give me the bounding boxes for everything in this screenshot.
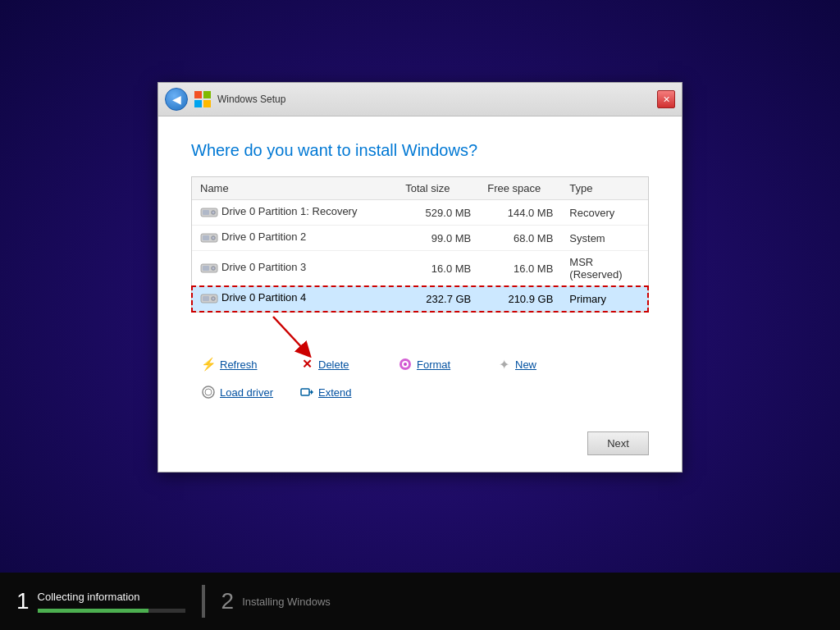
partition-total: 16.0 MB [397,251,479,286]
new-button[interactable]: ✦ New [486,354,585,375]
svg-point-23 [404,363,407,366]
step-2-label: Installing Windows [242,596,331,608]
close-button[interactable]: ✕ [657,90,675,108]
dialog-title: Windows Setup [217,94,285,105]
next-button[interactable]: Next [587,431,649,455]
svg-point-24 [203,386,214,398]
refresh-icon: ⚡ [201,357,216,372]
desktop: ◀ Windows Setup ✕ Where do you want to i… [0,0,840,630]
partition-total: 529.0 MB [397,200,479,226]
annotation-arrow [249,313,347,358]
step-1: 1 Collecting information [16,590,185,613]
svg-rect-9 [203,235,209,240]
svg-rect-3 [203,100,211,107]
hdd-icon [200,291,218,306]
svg-rect-17 [203,296,209,301]
titlebar: ◀ Windows Setup ✕ [158,83,682,116]
svg-line-20 [273,317,306,352]
table-row[interactable]: Drive 0 Partition 4 232.7 GB 210.9 GB Pr… [192,286,648,312]
back-icon: ◀ [172,93,181,106]
step-1-progress-bar [38,609,185,613]
partition-name: Drive 0 Partition 2 [192,226,397,251]
partition-free: 68.0 MB [479,226,561,251]
step-1-info: Collecting information [38,591,185,613]
load-driver-icon [201,385,216,399]
load-driver-button[interactable]: Load driver [191,381,290,403]
svg-point-11 [212,237,214,239]
load-driver-label: Load driver [220,386,273,399]
table-row[interactable]: Drive 0 Partition 3 16.0 MB 16.0 MB MSR … [192,251,648,286]
partition-name: Drive 0 Partition 4 [192,286,397,312]
col-header-name: Name [192,177,397,200]
format-icon [398,357,413,372]
svg-rect-2 [194,100,202,107]
refresh-label: Refresh [220,358,258,371]
svg-rect-5 [203,210,209,215]
svg-point-25 [205,389,212,395]
delete-label: Delete [318,358,349,371]
toolbar: ⚡ Refresh ✕ Delete Format ✦ New [191,354,649,403]
dialog-heading: Where do you want to install Windows? [191,141,649,160]
table-area: Name Total size Free space Type Drive 0 … [191,176,649,313]
step-1-progress-fill [38,609,148,613]
step-1-number: 1 [16,590,30,613]
partition-type: Recovery [561,200,648,226]
svg-point-15 [212,267,214,269]
titlebar-left: ◀ Windows Setup [165,88,285,111]
step-2-info: Installing Windows [242,596,331,608]
progress-section: 1 Collecting information 2 Installing Wi… [0,585,840,618]
svg-point-19 [212,298,214,299]
partition-table: Name Total size Free space Type Drive 0 … [192,177,648,312]
svg-rect-26 [301,389,309,395]
new-icon: ✦ [496,357,511,372]
svg-marker-27 [311,390,313,395]
windows-logo-icon [194,91,211,107]
dialog-content: Where do you want to install Windows? Na… [158,116,682,419]
close-icon: ✕ [663,94,670,105]
partition-name: Drive 0 Partition 3 [192,251,397,286]
svg-rect-1 [203,91,211,98]
col-header-type: Type [561,177,648,200]
delete-button[interactable]: ✕ Delete [290,354,388,375]
partition-free: 144.0 MB [479,200,561,226]
taskbar: 1 Collecting information 2 Installing Wi… [0,573,840,630]
svg-rect-0 [194,91,202,98]
hdd-icon [200,231,218,245]
partition-type: Primary [561,286,648,312]
hdd-icon [200,205,218,220]
col-header-total: Total size [397,177,479,200]
step-divider [202,585,205,618]
partition-table-wrapper: Name Total size Free space Type Drive 0 … [191,176,649,313]
svg-rect-13 [203,266,209,271]
col-header-free: Free space [479,177,561,200]
partition-total: 99.0 MB [397,226,479,251]
hdd-icon [200,261,218,276]
dialog-footer: Next [158,419,682,472]
step-1-label: Collecting information [38,591,185,603]
setup-dialog: ◀ Windows Setup ✕ Where do you want to i… [158,82,682,472]
table-row[interactable]: Drive 0 Partition 1: Recovery 529.0 MB 1… [192,200,648,226]
step-2-number: 2 [221,590,235,613]
delete-icon: ✕ [299,357,314,372]
partition-free: 210.9 GB [479,286,561,312]
partition-free: 16.0 MB [479,251,561,286]
extend-label: Extend [318,386,351,399]
format-button[interactable]: Format [388,354,486,375]
svg-point-7 [212,212,214,213]
new-label: New [515,358,536,371]
table-header-row: Name Total size Free space Type [192,177,648,200]
format-label: Format [417,358,450,371]
partition-type: System [561,226,648,251]
refresh-button[interactable]: ⚡ Refresh [191,354,290,375]
extend-button[interactable]: Extend [290,381,388,403]
partition-name: Drive 0 Partition 1: Recovery [192,200,397,226]
step-2: 2 Installing Windows [221,590,331,613]
partition-total: 232.7 GB [397,286,479,312]
extend-icon [299,385,314,399]
partition-type: MSR (Reserved) [561,251,648,286]
table-row[interactable]: Drive 0 Partition 2 99.0 MB 68.0 MB Syst… [192,226,648,251]
back-button[interactable]: ◀ [165,88,188,111]
